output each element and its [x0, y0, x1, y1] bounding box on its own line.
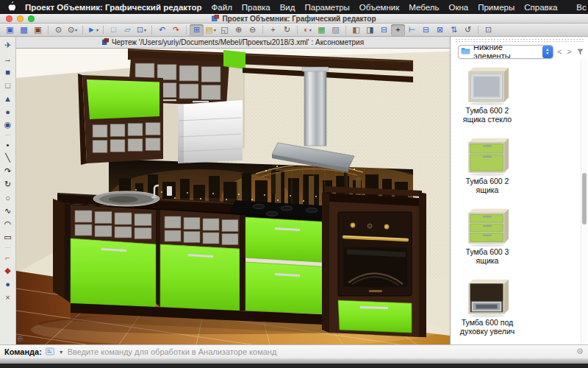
copy-element-icon[interactable]: ⊠: [433, 24, 447, 36]
edit-frame-icon[interactable]: ⊢: [405, 24, 419, 36]
command-input[interactable]: [68, 347, 573, 356]
box-frame-tool-icon[interactable]: □: [1, 79, 15, 91]
resize-element-icon[interactable]: ⊟: [419, 24, 433, 36]
orbit-icon[interactable]: ↻: [280, 24, 294, 36]
close-window-button[interactable]: [6, 15, 12, 22]
catalog-scrollbar-thumb[interactable]: [582, 173, 587, 224]
document-title-bar[interactable]: Чертеж '/Users/yuriy/Documents/Mebel/Про…: [16, 37, 450, 49]
filter-icon[interactable]: [577, 45, 585, 58]
camera-icon-glyph: ⊙: [55, 26, 62, 34]
box-tool-icon[interactable]: ■: [1, 66, 15, 78]
viewport-3d[interactable]: »: [16, 49, 450, 344]
door-element-icon[interactable]: ◧: [349, 24, 363, 36]
menu-item-вид[interactable]: Вид: [280, 3, 295, 12]
rotate-axis-tool-icon[interactable]: ↻: [1, 178, 15, 191]
layers-icon-glyph: ▤: [205, 26, 212, 34]
ellipse-tool-icon[interactable]: ○: [1, 191, 15, 204]
oven-cabinet-green-drawer: [338, 300, 412, 333]
collapse-command-panel-icon[interactable]: »: [16, 336, 25, 342]
save-image-icon[interactable]: ⊡: [481, 24, 495, 36]
camera-views-icon[interactable]: ⊙▾: [65, 24, 79, 36]
grid-panel-icon[interactable]: ⊟: [377, 24, 391, 36]
add-element-icon-glyph: +: [395, 26, 400, 34]
category-select[interactable]: Нижние элементы ▲▼: [458, 45, 553, 59]
zoom-window-button[interactable]: [28, 15, 35, 22]
play-render-icon[interactable]: ►▾: [86, 24, 100, 36]
green-drawer-right-2: [245, 262, 332, 314]
menu-item-примеры[interactable]: Примеры: [478, 3, 514, 12]
arc-arrow-tool-icon[interactable]: ↷: [1, 165, 15, 177]
redo-icon[interactable]: ↷: [169, 24, 183, 36]
toolbar-separator: [478, 26, 478, 34]
rotate-element-icon[interactable]: ↺: [461, 24, 475, 36]
plane-tool-icon[interactable]: ✈: [1, 39, 15, 52]
textured-cube-icon[interactable]: ▣: [31, 24, 45, 36]
add-element-icon[interactable]: +: [391, 24, 405, 36]
dropdown-caret-icon: ▾: [75, 27, 77, 32]
catalog-thumbnail-oven_open: [461, 274, 514, 318]
new-doc-icon[interactable]: □: [107, 24, 121, 36]
play-render-icon-glyph: ►: [87, 26, 96, 34]
minimize-window-button[interactable]: [17, 15, 24, 22]
zoom-out-icon[interactable]: ⊖: [245, 24, 259, 36]
cabinet-element-icon[interactable]: ◨: [363, 24, 377, 36]
polyline-tool-icon[interactable]: →: [1, 52, 15, 65]
catalog-scrollbar[interactable]: [581, 59, 587, 343]
levels-icon[interactable]: ⇅: [447, 24, 461, 36]
undo-icon[interactable]: ↶: [155, 24, 169, 36]
menu-item-правка[interactable]: Правка: [242, 3, 270, 12]
corner-tool-icon[interactable]: ⌐: [1, 251, 15, 263]
solid-blue-tool-icon[interactable]: ●: [1, 277, 15, 290]
background-image-icon[interactable]: ▨: [329, 24, 343, 36]
menu-item-объемник[interactable]: Объемник: [359, 3, 399, 12]
prev-category-button[interactable]: <: [556, 47, 563, 56]
sphere-axis-tool-icon[interactable]: ◉: [1, 118, 15, 131]
document-icon: [102, 38, 109, 46]
solid-red-tool-icon[interactable]: ◆: [1, 264, 15, 277]
catalog-item[interactable]: Тумба 600 под духовку увелич: [458, 274, 517, 344]
layers-icon[interactable]: ▤▾: [204, 24, 218, 36]
menu-item-окна[interactable]: Окна: [448, 3, 468, 12]
tool-palette: ✈→■□▲●◉⋯•╲↷↻○∿◠▭⋯⌐◆●×: [0, 37, 16, 344]
viewports-icon[interactable]: ⊞: [190, 24, 204, 36]
catalog-item[interactable]: Тумба 600 2 ящика: [458, 132, 517, 203]
arc-tool-icon[interactable]: ◠: [1, 218, 15, 230]
sphere-tool-icon[interactable]: ●: [1, 105, 15, 118]
fit-view-icon[interactable]: ◱: [218, 24, 232, 36]
command-type-caret-icon[interactable]: ▼: [59, 350, 64, 355]
command-type-icon[interactable]: [46, 347, 55, 357]
catalog-item[interactable]: Тумба 600 3 ящика: [458, 203, 517, 274]
viewports-icon-glyph: ⊞: [193, 26, 200, 34]
toolbar-separator: [82, 26, 83, 34]
apple-menu-icon[interactable]: [7, 1, 15, 13]
shaded-cube-icon[interactable]: ▩: [17, 24, 31, 36]
pan-icon[interactable]: +: [266, 24, 280, 36]
menu-item-справка[interactable]: Справка: [524, 3, 557, 12]
spline-tool-icon[interactable]: ∿: [1, 205, 15, 217]
undo-icon-glyph: ↶: [159, 26, 165, 34]
menu-item-параметры[interactable]: Параметры: [305, 3, 350, 12]
menu-clock[interactable]: Вс 13:07: [576, 3, 588, 12]
solid-cube-icon[interactable]: ▣: [3, 24, 17, 36]
point-tool-icon[interactable]: •: [1, 138, 15, 151]
zoom-in-icon[interactable]: ⊕: [232, 24, 245, 36]
resize-element-icon-glyph: ⊟: [423, 26, 429, 34]
open-doc-icon[interactable]: ▱: [121, 24, 135, 36]
menu-item-файл[interactable]: Файл: [212, 3, 232, 12]
rect-tool-icon[interactable]: ▭: [1, 231, 15, 244]
menu-item-мебель[interactable]: Мебель: [409, 3, 439, 12]
segment-tool-icon[interactable]: ╲: [1, 152, 15, 164]
oven-cabinet: [322, 186, 426, 337]
catalog-item[interactable]: Тумба 600 2 ящика стекло: [458, 62, 517, 132]
save-doc-icon[interactable]: ⊡▾: [135, 24, 148, 36]
paint-materials-icon[interactable]: ◐▾: [301, 24, 315, 36]
camera-icon[interactable]: ⊙: [51, 24, 65, 36]
cone-tool-icon[interactable]: ▲: [1, 92, 15, 105]
materials-table-icon[interactable]: ▦: [315, 24, 329, 36]
menu-item-app[interactable]: Проект Объемник: Графический редактор: [25, 3, 202, 12]
levels-icon-glyph: ⇅: [451, 26, 457, 34]
pan-icon-glyph: +: [270, 26, 275, 34]
close-tool-icon[interactable]: ×: [1, 291, 15, 303]
command-options-icon[interactable]: [576, 347, 584, 356]
next-category-button[interactable]: >: [566, 47, 573, 56]
